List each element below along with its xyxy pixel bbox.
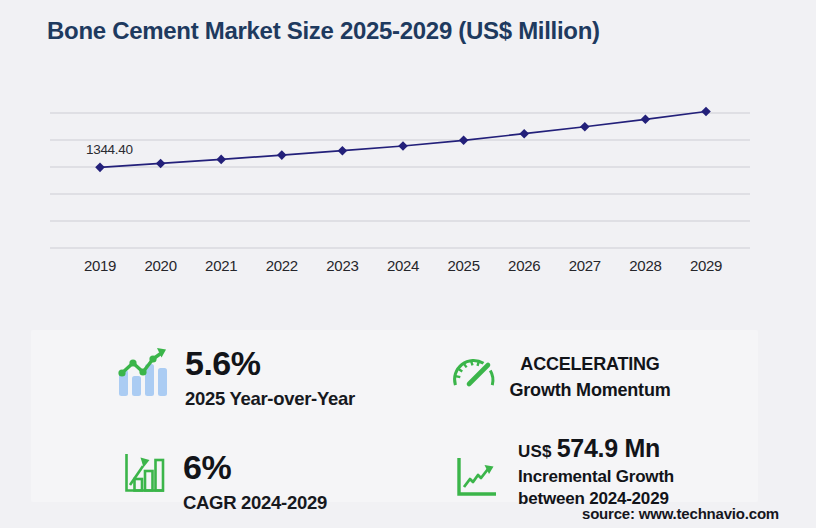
stat-incremental: US$ 574.9 Mn Incremental Growth between … [518,434,674,509]
line-chart-axis-icon [452,455,498,499]
momentum-line2: Growth Momentum [500,377,680,403]
x-axis-label-2026: 2026 [508,257,540,274]
stat-cagr: 6% CAGR 2024-2029 [183,448,327,514]
data-point-2021 [216,155,226,165]
x-axis-label-2027: 2027 [569,257,601,274]
bar-chart-growth-icon [124,452,166,494]
cagr-label: CAGR 2024-2029 [183,492,327,514]
source-attribution: source: www.technavio.com [582,505,779,522]
momentum-line1: ACCELERATING [500,351,680,377]
incremental-line1: Incremental Growth [518,466,674,488]
data-point-2024 [398,141,408,151]
bar-line-growth-icon [116,347,170,399]
page-title: Bone Cement Market Size 2025-2029 (US$ M… [47,17,600,45]
stat-momentum: ACCELERATING Growth Momentum [500,351,680,403]
x-axis-label-2022: 2022 [266,257,298,274]
cagr-value: 6% [183,448,327,486]
speedometer-icon [449,353,499,397]
data-point-2019 [95,163,105,173]
data-point-2023 [338,146,348,156]
x-axis-label-2020: 2020 [145,257,177,274]
x-axis-label-2019: 2019 [84,257,116,274]
incremental-currency: US$ [518,438,552,466]
data-point-2025 [459,136,469,146]
x-axis-label-2025: 2025 [448,257,480,274]
x-axis-label-2021: 2021 [205,257,237,274]
data-point-2026 [519,129,529,139]
yoy-label: 2025 Year-over-Year [185,388,355,410]
data-point-2022 [277,150,287,160]
x-axis-label-2023: 2023 [326,257,358,274]
incremental-value: 574.9 Mn [557,434,660,462]
data-point-2028 [641,115,651,125]
x-axis-label-2028: 2028 [629,257,661,274]
yoy-value: 5.6% [185,344,355,382]
data-point-2027 [580,122,590,132]
x-axis-label-2029: 2029 [690,257,722,274]
stat-yoy: 5.6% 2025 Year-over-Year [185,344,355,410]
x-axis-label-2024: 2024 [387,257,419,274]
line-chart-canvas: 2019202020212022202320242025202620272028… [0,95,816,287]
market-size-line-chart: 2019202020212022202320242025202620272028… [0,95,816,287]
market-infographic: Bone Cement Market Size 2025-2029 (US$ M… [0,0,816,528]
data-point-2029 [701,107,711,117]
first-point-data-label: 1344.40 [86,142,133,157]
